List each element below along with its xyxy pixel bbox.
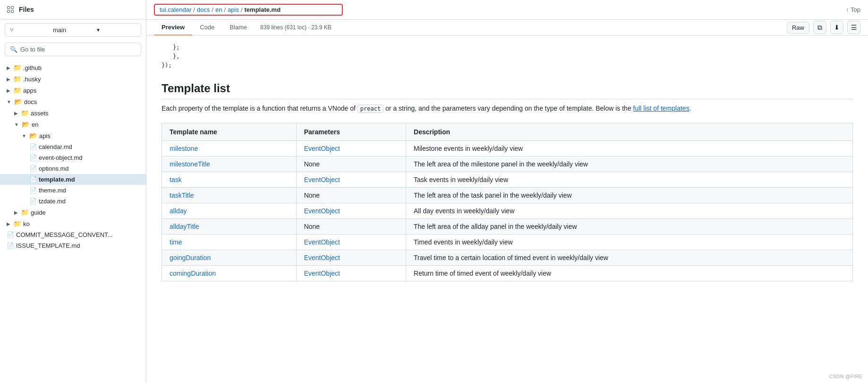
tree-item-label: guide bbox=[31, 209, 46, 216]
tree-item-apis[interactable]: ▼ 📂 apis bbox=[0, 130, 146, 141]
tree-item-en[interactable]: ▼ 📂 en bbox=[0, 119, 146, 130]
tab-blame[interactable]: Blame bbox=[222, 20, 255, 35]
tree-item-label: .husky bbox=[23, 76, 41, 83]
tree-item-label: apis bbox=[39, 132, 51, 139]
search-icon: 🔍 bbox=[10, 46, 17, 53]
tree-item-options-md[interactable]: 📄 options.md bbox=[0, 163, 146, 174]
branch-selector[interactable]: ⑂ main ▼ bbox=[5, 23, 141, 37]
download-button[interactable]: ⬇ bbox=[830, 21, 843, 34]
breadcrumb-sep-3: / bbox=[224, 6, 226, 13]
sidebar-header: Files bbox=[0, 0, 146, 19]
template-name-link[interactable]: alldayTitle bbox=[170, 223, 199, 230]
desc-before: Each property of the template is a funct… bbox=[162, 104, 357, 112]
tree-item-theme-md[interactable]: 📄 theme.md bbox=[0, 185, 146, 196]
tree-item-assets[interactable]: ▶ 📁 assets bbox=[0, 107, 146, 119]
table-row: timeEventObjectTimed events in weekly/da… bbox=[162, 234, 853, 250]
sidebar: Files ⑂ main ▼ 🔍 Go to file ▶ 📁 .github … bbox=[0, 0, 146, 383]
template-name-link[interactable]: taskTitle bbox=[170, 192, 194, 199]
branch-name: main bbox=[53, 26, 93, 34]
tree-item-guide[interactable]: ▶ 📁 guide bbox=[0, 207, 146, 218]
arrow-up-icon: ↑ bbox=[846, 7, 849, 13]
chevron-down-icon: ▼ bbox=[22, 133, 26, 139]
file-icon: 📄 bbox=[7, 242, 14, 249]
tree-item-event-object-md[interactable]: 📄 event-object.md bbox=[0, 152, 146, 163]
file-icon: 📄 bbox=[29, 198, 37, 205]
search-file-box[interactable]: 🔍 Go to file bbox=[5, 43, 141, 56]
search-file-placeholder: Go to file bbox=[20, 46, 45, 53]
copy-button[interactable]: ⧉ bbox=[813, 21, 826, 34]
tree-item-tzdate-md[interactable]: 📄 tzdate.md bbox=[0, 196, 146, 207]
full-list-link[interactable]: full list of templates bbox=[633, 104, 689, 112]
content-area: }; }, }); Template list Each property of… bbox=[146, 35, 868, 383]
breadcrumb-link-docs[interactable]: docs bbox=[197, 6, 210, 13]
folder-icon: 📁 bbox=[21, 209, 29, 216]
list-button[interactable]: ☰ bbox=[847, 21, 860, 34]
folder-icon: 📁 bbox=[13, 75, 21, 83]
tree-item-calendar-md[interactable]: 📄 calendar.md bbox=[0, 141, 146, 152]
template-name-link[interactable]: allday bbox=[170, 207, 187, 215]
template-params: None bbox=[296, 187, 406, 203]
tree-item-label: ko bbox=[23, 220, 30, 227]
template-name-link[interactable]: milestoneTitle bbox=[170, 160, 210, 168]
template-desc: Task events in weekly/daily view bbox=[406, 172, 853, 187]
template-params: None bbox=[296, 156, 406, 172]
template-name-link[interactable]: time bbox=[170, 238, 182, 246]
file-icon: 📄 bbox=[29, 187, 37, 194]
folder-open-icon: 📂 bbox=[14, 98, 22, 105]
template-params-link[interactable]: EventObject bbox=[304, 207, 340, 215]
breadcrumb-link-apis[interactable]: apis bbox=[228, 6, 239, 13]
template-name-link[interactable]: milestone bbox=[170, 145, 198, 152]
table-header-name: Template name bbox=[162, 123, 297, 140]
template-name-link[interactable]: comingDuration bbox=[170, 270, 216, 277]
file-icon: 📄 bbox=[29, 176, 37, 183]
template-desc: The left area of the allday panel in the… bbox=[406, 218, 853, 234]
folder-open-icon: 📂 bbox=[29, 132, 37, 139]
template-desc: The left area of the task panel in the w… bbox=[406, 187, 853, 203]
table-header-desc: Description bbox=[406, 123, 853, 140]
code-line-1: }; bbox=[162, 43, 853, 52]
tree-item-github[interactable]: ▶ 📁 .github bbox=[0, 62, 146, 73]
file-icon: 📄 bbox=[29, 165, 37, 172]
template-params-link[interactable]: EventObject bbox=[304, 270, 340, 277]
inline-code-preact: preact bbox=[357, 104, 383, 113]
template-params-link[interactable]: EventObject bbox=[304, 254, 340, 261]
template-params-link[interactable]: EventObject bbox=[304, 145, 340, 152]
table-row: milestoneEventObjectMilestone events in … bbox=[162, 140, 853, 156]
template-params-link[interactable]: EventObject bbox=[304, 176, 340, 183]
breadcrumb-sep-1: / bbox=[193, 6, 195, 13]
tab-actions: Raw ⧉ ⬇ ☰ bbox=[787, 21, 860, 34]
chevron-right-icon: ▶ bbox=[7, 88, 10, 93]
folder-open-icon: 📂 bbox=[22, 121, 30, 128]
tree-item-apps[interactable]: ▶ 📁 apps bbox=[0, 85, 146, 96]
template-name-link[interactable]: goingDuration bbox=[170, 254, 211, 261]
file-icon: 📄 bbox=[29, 143, 37, 150]
template-desc: Travel time to a certain location of tim… bbox=[406, 250, 853, 265]
tree-item-ko[interactable]: ▶ 📁 ko bbox=[0, 218, 146, 229]
tree-item-docs[interactable]: ▼ 📂 docs bbox=[0, 96, 146, 107]
breadcrumb-link-en[interactable]: en bbox=[215, 6, 222, 13]
copy-icon: ⧉ bbox=[817, 24, 822, 32]
file-icon: 📄 bbox=[29, 154, 37, 161]
tree-item-commit-msg[interactable]: 📄 COMMIT_MESSAGE_CONVENT... bbox=[0, 229, 146, 240]
top-link[interactable]: ↑ Top bbox=[846, 6, 860, 13]
tree-item-husky[interactable]: ▶ 📁 .husky bbox=[0, 73, 146, 85]
breadcrumb-current: template.md bbox=[245, 6, 281, 13]
code-line-2: }, bbox=[162, 52, 853, 61]
template-params-link[interactable]: EventObject bbox=[304, 238, 340, 246]
tab-preview[interactable]: Preview bbox=[154, 20, 192, 35]
main-content: tui.calendar / docs / en / apis / templa… bbox=[146, 0, 868, 383]
template-name-link[interactable]: task bbox=[170, 176, 182, 183]
download-icon: ⬇ bbox=[834, 24, 840, 31]
desc-middle: or a string, and the parameters vary dep… bbox=[383, 104, 633, 112]
tree-item-template-md[interactable]: 📄 template.md bbox=[0, 174, 146, 185]
folder-icon: 📁 bbox=[13, 87, 21, 94]
chevron-down-icon: ▼ bbox=[7, 99, 11, 104]
raw-button[interactable]: Raw bbox=[787, 22, 809, 34]
branch-icon: ⑂ bbox=[10, 26, 50, 34]
template-table: Template name Parameters Description mil… bbox=[162, 123, 853, 281]
file-icon: 📄 bbox=[7, 231, 14, 238]
tree-item-label: tzdate.md bbox=[39, 198, 66, 205]
tab-code[interactable]: Code bbox=[192, 20, 222, 35]
breadcrumb-link-tui-calendar[interactable]: tui.calendar bbox=[160, 6, 191, 13]
tree-item-issue-template[interactable]: 📄 ISSUE_TEMPLATE.md bbox=[0, 240, 146, 251]
